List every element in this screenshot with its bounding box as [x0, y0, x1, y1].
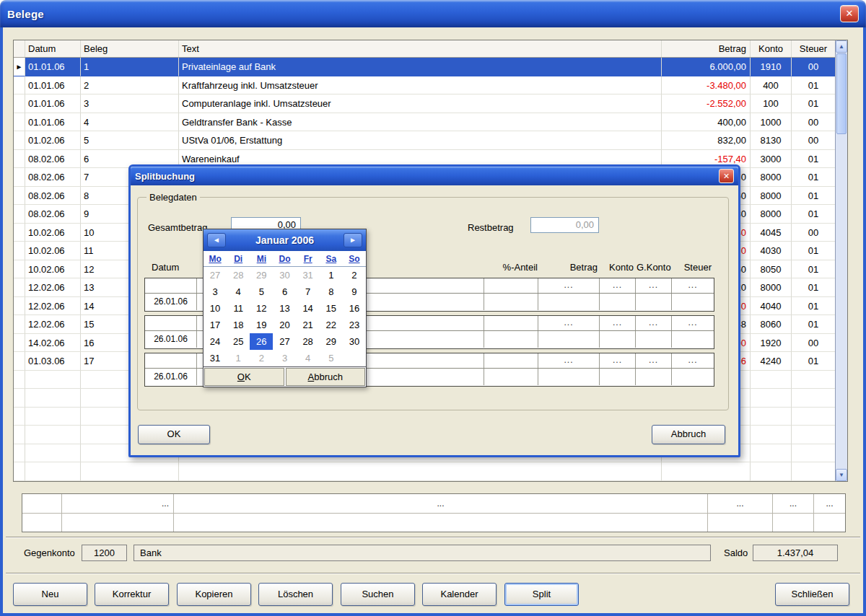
split-date-field[interactable]: 26.01.06	[145, 294, 197, 310]
cell-steuer[interactable]: 00	[792, 334, 835, 353]
split-input-field[interactable]	[672, 294, 714, 310]
grid-cell[interactable]: ...	[814, 494, 845, 513]
neu-button[interactable]: Neu	[13, 583, 87, 606]
calendar-day[interactable]: 16	[343, 300, 366, 317]
calendar-day[interactable]: 28	[227, 267, 250, 283]
cell-datum[interactable]: 12.02.06	[25, 297, 81, 316]
scrollbar-thumb[interactable]	[836, 53, 847, 134]
calendar-day[interactable]: 22	[320, 317, 343, 333]
grid-cell[interactable]: ...	[174, 494, 708, 513]
calendar-day[interactable]: 20	[273, 317, 296, 333]
split-input-field[interactable]	[636, 331, 672, 348]
calendar-day[interactable]: 28	[297, 333, 320, 350]
calendar-day[interactable]: 4	[297, 350, 320, 366]
calendar-day[interactable]: 3	[204, 283, 227, 300]
cell-datum[interactable]: 12.02.06	[25, 278, 81, 297]
cell-konto[interactable]: 4040	[751, 297, 792, 316]
calendar-day[interactable]: 6	[273, 283, 296, 300]
row-selector-cell[interactable]	[14, 242, 25, 260]
cell-steuer[interactable]: 01	[792, 150, 835, 169]
column-header-text[interactable]: Text	[179, 40, 662, 57]
cell-konto[interactable]: 4240	[751, 352, 792, 371]
ellipsis-button[interactable]: ...	[672, 278, 714, 293]
split-button[interactable]: Split	[504, 583, 579, 606]
split-input-field[interactable]	[600, 331, 636, 348]
calendar-day[interactable]: 5	[320, 350, 343, 366]
grid-cell[interactable]	[62, 514, 174, 532]
calendar-day[interactable]: 31	[204, 350, 227, 366]
loeschen-button[interactable]: Löschen	[258, 583, 333, 606]
column-header-betrag[interactable]: Betrag	[662, 40, 751, 57]
calendar-day[interactable]: 13	[273, 300, 296, 317]
calendar-day[interactable]: 11	[227, 300, 250, 317]
cell-beleg[interactable]: 5	[81, 131, 179, 150]
table-row[interactable]: 01.01.063Computeranlage inkl. Umsatzsteu…	[14, 94, 835, 113]
ellipsis-button[interactable]: ...	[538, 353, 600, 368]
cell-steuer[interactable]: 01	[792, 94, 835, 113]
calendar-day[interactable]: 17	[204, 317, 227, 333]
calendar-day[interactable]: 18	[227, 317, 250, 333]
cell-steuer[interactable]: 01	[792, 260, 835, 279]
calendar-day[interactable]: 27	[204, 267, 227, 283]
scroll-down-button[interactable]: ▼	[836, 469, 847, 481]
calendar-day[interactable]: 25	[227, 333, 250, 350]
row-selector-cell[interactable]	[14, 76, 25, 95]
calendar-day[interactable]: 12	[250, 300, 273, 317]
cell-konto[interactable]: 400	[751, 76, 792, 95]
gegenkonto-name-field[interactable]: Bank	[134, 545, 711, 561]
calendar-day[interactable]: 15	[320, 300, 343, 317]
column-header-datum[interactable]: Datum	[25, 40, 81, 57]
split-input-field[interactable]	[484, 294, 538, 310]
row-selector-cell[interactable]	[14, 278, 25, 297]
cell-datum[interactable]: 08.02.06	[25, 205, 81, 224]
calendar-day[interactable]: 14	[297, 300, 320, 317]
calendar-day[interactable]: 3	[273, 350, 296, 366]
schliessen-button[interactable]: Schließen	[775, 583, 849, 606]
cell-betrag[interactable]: 400,00	[662, 113, 751, 132]
calendar-day[interactable]: 4	[227, 283, 250, 300]
calendar-day[interactable]: 24	[204, 333, 227, 350]
cell-steuer[interactable]: 01	[792, 278, 835, 297]
cell-datum[interactable]: 01.03.06	[25, 352, 81, 371]
cell-text[interactable]: UStVa 01/06, Erstattung	[179, 131, 662, 150]
row-selector-cell[interactable]	[14, 297, 25, 316]
calendar-next-button[interactable]: ►	[344, 233, 362, 247]
split-input-field[interactable]	[636, 294, 672, 310]
column-header-konto[interactable]: Konto	[751, 40, 792, 57]
row-selector-cell[interactable]	[14, 260, 25, 279]
calendar-ok-button[interactable]: OK	[204, 368, 284, 386]
cell-datum[interactable]: 08.02.06	[25, 168, 81, 187]
cell-konto[interactable]: 8000	[751, 168, 792, 187]
ellipsis-button[interactable]: ...	[538, 316, 600, 330]
grid-cell[interactable]	[22, 494, 62, 513]
cell-konto[interactable]: 100	[751, 94, 792, 113]
cell-datum[interactable]: 08.02.06	[25, 150, 81, 169]
split-input-field[interactable]	[636, 369, 672, 385]
cell-konto[interactable]: 3000	[751, 150, 792, 169]
calendar-day[interactable]: 9	[343, 283, 366, 300]
cell-text[interactable]: Kraftfahrzeug inkl. Umsatzsteuer	[179, 76, 662, 95]
row-selector-cell[interactable]	[14, 94, 25, 113]
cell-beleg[interactable]: 1	[81, 58, 179, 76]
calendar-day[interactable]: 27	[273, 333, 296, 350]
grid-cell[interactable]	[708, 514, 773, 532]
cell-steuer[interactable]: 00	[792, 58, 835, 76]
grid-cell[interactable]	[174, 514, 708, 532]
column-header-steuer[interactable]: Steuer	[792, 40, 835, 57]
cell-text[interactable]: Geldtransfer Bank - Kasse	[179, 113, 662, 132]
cell-konto[interactable]: 1920	[751, 334, 792, 353]
cell-konto[interactable]: 8050	[751, 260, 792, 279]
cell-steuer[interactable]: 01	[792, 315, 835, 334]
split-input-field[interactable]	[538, 294, 600, 310]
dialog-titlebar[interactable]: Splitbuchung ✕	[131, 167, 738, 185]
cell-steuer[interactable]: 01	[792, 76, 835, 95]
table-row[interactable]: 01.01.062Kraftfahrzeug inkl. Umsatzsteue…	[14, 76, 835, 95]
grid-cell[interactable]: ...	[62, 494, 174, 513]
row-selector-cell[interactable]	[14, 113, 25, 132]
split-date-field[interactable]: 26.01.06	[145, 369, 197, 385]
ellipsis-button[interactable]: ...	[636, 316, 672, 330]
calendar-cancel-button[interactable]: Abbruch	[286, 368, 366, 386]
table-row[interactable]: 01.01.064Geldtransfer Bank - Kasse400,00…	[14, 113, 835, 132]
cell-steuer[interactable]: 00	[792, 113, 835, 132]
kopieren-button[interactable]: Kopieren	[177, 583, 251, 606]
